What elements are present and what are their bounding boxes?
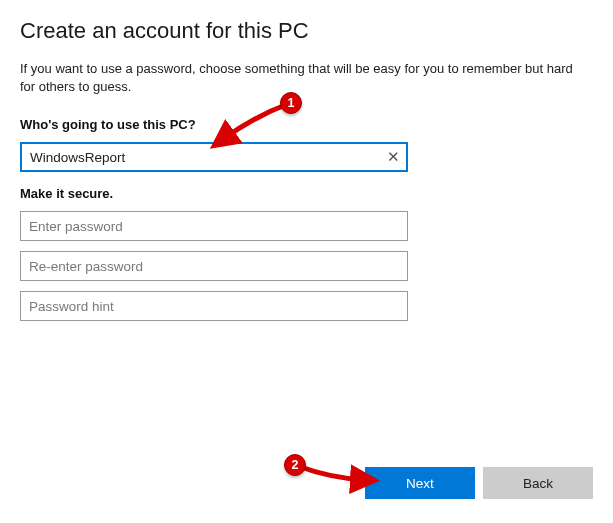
description-text: If you want to use a password, choose so…: [20, 60, 580, 95]
close-icon: ✕: [387, 148, 400, 166]
who-label: Who's going to use this PC?: [20, 117, 593, 132]
password-input[interactable]: [20, 211, 408, 241]
annotation-badge: 2: [284, 454, 306, 476]
password-hint-input[interactable]: [20, 291, 408, 321]
page-title: Create an account for this PC: [20, 18, 593, 44]
username-input-wrapper: ✕: [20, 142, 408, 172]
annotation-badge: 1: [280, 92, 302, 114]
button-row: Next Back: [365, 467, 593, 499]
password-confirm-input[interactable]: [20, 251, 408, 281]
secure-label: Make it secure.: [20, 186, 593, 201]
password-field-group: [20, 211, 593, 321]
username-input[interactable]: [20, 142, 408, 172]
clear-input-button[interactable]: ✕: [384, 148, 402, 166]
next-button[interactable]: Next: [365, 467, 475, 499]
back-button[interactable]: Back: [483, 467, 593, 499]
